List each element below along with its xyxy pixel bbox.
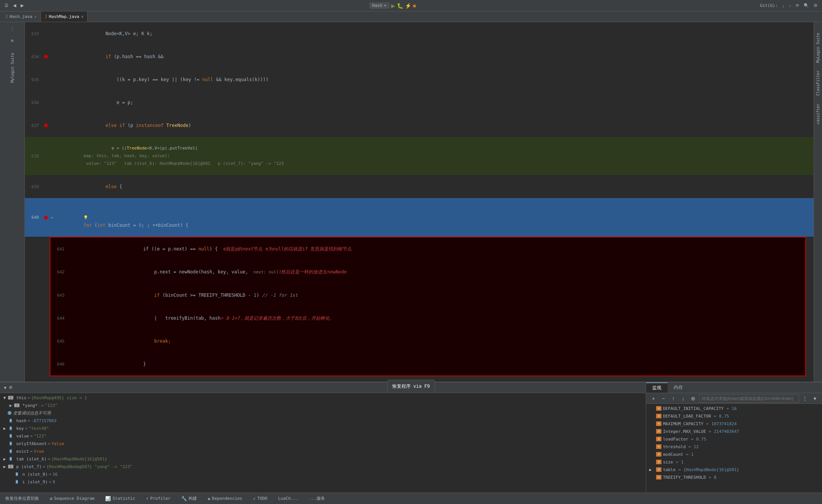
icon-size: ≡ [656,460,661,464]
line-num-635: 635 [25,77,42,82]
line-content-633[interactable]: Node<K,V> e; K k; [54,22,814,45]
sidebar-breadcrumb-btn[interactable]: ≡ [6,35,18,46]
line-content-639[interactable]: else { [54,175,814,198]
more-monitor-btn[interactable]: ⋮ [801,394,809,403]
line-content-640[interactable]: 💡 for (int binCount = 0; ; ++binCount) { [54,198,814,237]
monitor-expression-input[interactable] [699,394,799,403]
left-sidebar: ⋮ ≡ Mylogin Suite [0,22,25,382]
coverage-button[interactable]: ⚡ [405,3,411,9]
code-area: 633 Node<K,V> e; K k; 634 if (p.hash == … [25,22,814,382]
code-editor[interactable]: 633 Node<K,V> e; K k; 634 if (p.hash == … [25,22,814,382]
status-todo[interactable]: ✓ TODO [251,495,270,502]
debug-button[interactable]: 🐛 [397,3,403,9]
monitor-row-max-cap[interactable]: ≡ MAXIMUM_CAPACITY = 1073741824 [646,420,822,428]
line-content-646[interactable]: } [75,353,805,376]
monitor-row-int-max[interactable]: ≡ Integer.MAX_VALUE = 2147483647 [646,428,822,435]
line-content-645[interactable]: break; [75,330,805,353]
git-push-btn[interactable]: ↑ [788,3,793,9]
line-content-638[interactable]: e = ((TreeNode<K,V>)p).putTreeVal( map: … [54,137,814,175]
tab-hashmap-java[interactable]: J HashMap.java × [41,11,88,22]
monitor-row-default-cap[interactable]: ≡ DEFAULT_INITIAL_CAPACITY = 16 [646,405,822,412]
var-row-hash[interactable]: ≡ hash = -877157063 [0,417,646,424]
add-monitor-btn[interactable]: + [649,394,658,403]
cassifier-label[interactable]: cassifier [814,101,822,127]
status-build[interactable]: 🔧 构建 [179,495,199,502]
settings-vars-btn[interactable]: ⚙ [9,385,13,390]
classfilter-label[interactable]: ClassFilter [814,67,822,99]
breakpoint-637[interactable] [44,124,48,127]
search-btn[interactable]: 🔍 [802,2,811,9]
remove-monitor-btn[interactable]: − [659,394,668,403]
icon-this: { } [8,395,14,400]
monitor-row-treeify[interactable]: ≡ TREEIFY_THRESHOLD = 8 [646,473,822,481]
top-toolbar: ☰ ◀ ▶ Hash ▾ ▶ 🐛 ⚡ ■ Git(G): ↓ ↑ ⟳ 🔍 ⚙ [0,0,822,11]
line-content-636[interactable]: e = p; [54,91,814,114]
copy-monitor-btn[interactable]: ⊕ [689,394,697,403]
tab-hashmap-close[interactable]: × [81,15,83,19]
status-statistic[interactable]: 📊 Statistic [103,495,138,502]
breakpoint-640[interactable] [44,216,48,219]
status-luach[interactable]: LuaCh... [276,495,301,502]
move-down-monitor-btn[interactable]: ↓ [679,394,687,403]
debug-vars-content[interactable]: ▼ { } this = {HashMap@495} size = 1 ▶ { … [0,393,646,493]
status-service[interactable]: ...服务 [307,495,327,502]
move-up-monitor-btn[interactable]: ↑ [669,394,677,403]
var-row-yang[interactable]: ▶ { } *yang* -> "123" [0,402,646,409]
monitor-row-modcount[interactable]: ≡ modCount = 1 [646,450,822,458]
filter-vars-btn[interactable]: ▼ [3,385,7,390]
tab-hash-close[interactable]: × [34,15,37,19]
menu-btn[interactable]: ☰ [3,2,10,9]
git-update-btn[interactable]: ↓ [781,3,786,9]
status-profiler[interactable]: ⚡ Profiler [144,495,173,502]
monitor-toolbar: + − ↑ ↓ ⊕ ⋮ ▾ [646,393,822,404]
breakpoint-634[interactable] [44,55,48,59]
run-button[interactable]: ▶ [391,3,395,9]
var-row-tab[interactable]: ▶ ≡ tab (slot_6) = {HashMap$Node[16]@501… [0,455,646,463]
var-row-evict[interactable]: ≡ evict = true [0,447,646,455]
line-content-644[interactable]: | treeifyBin(tab, hash> 8-1=7，就是记录遍历次数，大… [75,307,805,330]
monitor-row-table[interactable]: ▶ ≡ table = {HashMap$Node[16]@501} [646,466,822,473]
sidebar-structure-btn[interactable]: ⋮ [6,24,18,34]
line-content-634[interactable]: if (p.hash == hash && [54,45,814,68]
var-row-value[interactable]: ≡ value = "123" [0,432,646,440]
git-history-btn[interactable]: ⟳ [794,2,801,9]
monitor-name-treeify: TREEIFY_THRESHOLD [663,475,706,480]
status-seq-diagram[interactable]: ≡ Sequence Diagram [47,495,97,502]
mylogin-suite-right[interactable]: MyLogin Suite [814,30,822,66]
var-row-this[interactable]: ▼ { } this = {HashMap@495} size = 1 [0,394,646,402]
tab-memory[interactable]: 内存 [668,382,689,393]
var-row-onlyifabsent[interactable]: ≡ onlyIfAbsent = false [0,440,646,447]
monitor-name-int-max: Integer.MAX_VALUE [663,429,706,434]
var-val-oifa: false [52,441,64,446]
tab-hash-java[interactable]: J Hash.java × [2,11,41,22]
code-line-645: 645 break; [50,330,805,353]
var-row-p[interactable]: ▶ { } p (slot_7) = {HashMap$Node@507} "y… [0,463,646,470]
icon-treeify: ≡ [656,475,661,480]
line-content-635[interactable]: ((k = p.key) == key || (key != null && k… [54,68,814,91]
tab-monitor[interactable]: 监视 [646,382,668,393]
line-content-647[interactable]: if (e.hash == hash && [54,376,814,382]
stop-button[interactable]: ■ [413,3,416,9]
status-dependencies[interactable]: ◈ Dependencies [205,495,245,502]
monitor-row-size[interactable]: ≡ size = 1 [646,458,822,466]
var-row-i[interactable]: ≡ i (slot_9) = 9 [0,478,646,486]
forward-btn[interactable]: ▶ [19,2,25,9]
var-row-n[interactable]: ≡ n (slot_8) = 16 [0,470,646,478]
status-task-position[interactable]: 恢复任务位置切换 [3,495,41,502]
settings-monitor-btn[interactable]: ▾ [811,394,819,403]
monitor-row-loadfactor[interactable]: ≡ loadFactor = 0.75 [646,435,822,443]
monitor-row-threshold[interactable]: ≡ threshold = 12 [646,443,822,450]
line-content-643[interactable]: if (binCount >= TREEIFY_THRESHOLD - 1) /… [75,284,805,307]
line-content-641[interactable]: if ((e = p.next) == null) { e就是p的next节点 … [75,237,805,260]
icon-table: ≡ [656,467,661,472]
settings-btn[interactable]: ⚙ [812,2,819,9]
var-row-key[interactable]: ▶ ≡ key = "test40" [0,424,646,432]
line-content-642[interactable]: p.next = newNode(hash, key, value, next:… [75,260,805,284]
back-btn[interactable]: ◀ [11,2,18,9]
monitor-row-load-factor[interactable]: ≡ DEFAULT_LOAD_FACTOR = 0.75 [646,412,822,420]
eq-treeify: = [709,475,712,480]
line-content-637[interactable]: else if (p instanceof TreeNode) [54,114,814,137]
monitor-content[interactable]: ≡ DEFAULT_INITIAL_CAPACITY = 16 ≡ DEFAUL… [646,404,822,493]
icon-hash: ≡ [8,418,14,423]
mylogin-suite-label[interactable]: Mylogin Suite [9,50,16,86]
